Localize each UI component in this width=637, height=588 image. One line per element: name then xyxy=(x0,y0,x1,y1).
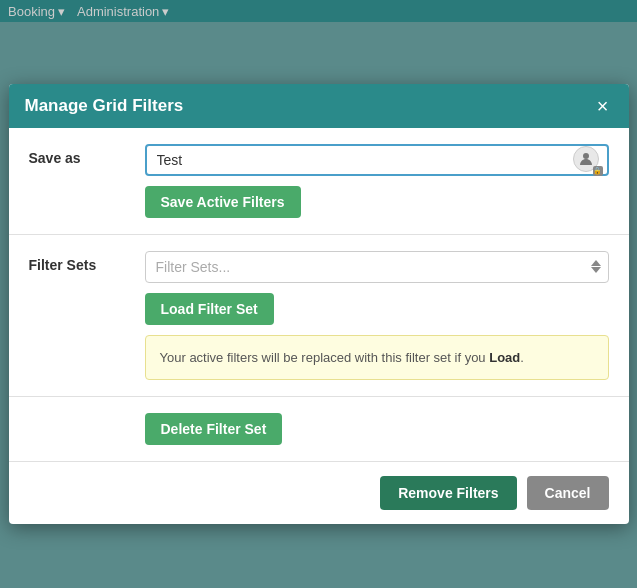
filter-sets-row: Filter Sets Filter Sets... Load Filter S… xyxy=(9,235,629,398)
save-as-input-wrapper: 🔒 xyxy=(145,144,609,176)
warning-text-before: Your active filters will be replaced wit… xyxy=(160,350,490,365)
save-as-input[interactable] xyxy=(145,144,609,176)
warning-box: Your active filters will be replaced wit… xyxy=(145,335,609,381)
save-as-controls: 🔒 Save Active Filters xyxy=(145,144,609,218)
save-as-row: Save as 🔒 xyxy=(9,128,629,235)
load-filter-set-button[interactable]: Load Filter Set xyxy=(145,293,274,325)
administration-label: Administration xyxy=(77,4,159,19)
delete-filter-set-button[interactable]: Delete Filter Set xyxy=(145,413,283,445)
warning-text-after: . xyxy=(520,350,524,365)
warning-load-word: Load xyxy=(489,350,520,365)
delete-row: Delete Filter Set xyxy=(9,397,629,461)
filter-sets-label: Filter Sets xyxy=(29,251,129,273)
administration-chevron-icon: ▾ xyxy=(162,4,169,19)
filter-sets-select[interactable]: Filter Sets... xyxy=(145,251,609,283)
delete-controls: Delete Filter Set xyxy=(145,413,609,445)
dialog-header: Manage Grid Filters × xyxy=(9,84,629,128)
svg-point-0 xyxy=(583,153,589,159)
remove-filters-button[interactable]: Remove Filters xyxy=(380,476,516,510)
topbar: Booking ▾ Administration ▾ xyxy=(0,0,637,22)
filter-sets-select-wrapper: Filter Sets... xyxy=(145,251,609,283)
save-active-filters-button[interactable]: Save Active Filters xyxy=(145,186,301,218)
booking-label: Booking xyxy=(8,4,55,19)
delete-label-spacer xyxy=(29,413,129,419)
user-icon: 🔒 xyxy=(573,146,601,174)
lock-icon: 🔒 xyxy=(593,166,603,176)
administration-menu[interactable]: Administration ▾ xyxy=(77,4,169,19)
cancel-button[interactable]: Cancel xyxy=(527,476,609,510)
booking-menu[interactable]: Booking ▾ xyxy=(8,4,65,19)
dialog-body: Save as 🔒 xyxy=(9,128,629,462)
filter-sets-controls: Filter Sets... Load Filter Set Your acti… xyxy=(145,251,609,381)
dialog-title: Manage Grid Filters xyxy=(25,96,184,116)
booking-chevron-icon: ▾ xyxy=(58,4,65,19)
user-lock-icon-wrapper: 🔒 xyxy=(573,146,601,174)
close-button[interactable]: × xyxy=(593,96,613,116)
save-as-label: Save as xyxy=(29,144,129,166)
manage-grid-filters-dialog: Manage Grid Filters × Save as xyxy=(9,84,629,525)
dialog-footer: Remove Filters Cancel xyxy=(9,461,629,524)
